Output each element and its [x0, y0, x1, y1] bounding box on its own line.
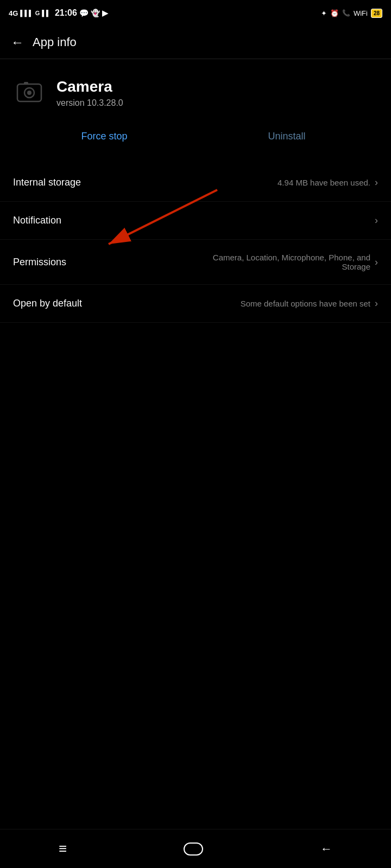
- network-indicator: 4G: [9, 9, 18, 17]
- nav-back-icon[interactable]: ←: [320, 842, 332, 856]
- status-left: 4G ▌▌▌ G ▌▌ 21:06 💬 👻 ▶: [9, 8, 108, 18]
- bluetooth-icon: ✦: [321, 9, 327, 17]
- open-by-default-label: Open by default: [13, 298, 82, 309]
- time: 21:06: [55, 8, 77, 18]
- open-by-default-right: Some default options have been set ›: [241, 298, 378, 309]
- internal-storage-item[interactable]: Internal storage 4.94 MB have been used.…: [0, 164, 391, 202]
- app-version: version 10.3.28.0: [56, 98, 123, 108]
- nav-menu-icon[interactable]: ≡: [59, 840, 66, 857]
- notification-item[interactable]: Notification ›: [0, 202, 391, 240]
- app-icon: [13, 76, 46, 109]
- alarm-icon: ⏰: [330, 9, 339, 17]
- internal-storage-label: Internal storage: [13, 177, 81, 188]
- app-details: Camera version 10.3.28.0: [56, 78, 123, 108]
- svg-rect-3: [24, 82, 28, 85]
- whatsapp-icon: 💬: [79, 9, 89, 17]
- force-stop-button[interactable]: Force stop: [13, 126, 195, 146]
- app-name: Camera: [56, 78, 123, 96]
- open-by-default-item[interactable]: Open by default Some default options hav…: [0, 285, 391, 323]
- action-buttons: Force stop Uninstall: [0, 122, 391, 164]
- uninstall-button[interactable]: Uninstall: [195, 126, 378, 146]
- youtube-icon: ▶: [102, 9, 108, 17]
- permissions-chevron: ›: [375, 257, 378, 268]
- back-button[interactable]: ←: [11, 35, 24, 50]
- app-info-section: Camera version 10.3.28.0: [0, 59, 391, 122]
- wifi-icon: WiFi: [354, 9, 368, 17]
- svg-point-2: [27, 91, 31, 95]
- secondary-signal: ▌▌: [42, 10, 51, 16]
- nav-home-icon[interactable]: [184, 843, 203, 856]
- permissions-value: Camera, Location, Microphone, Phone, and…: [207, 253, 370, 271]
- battery-indicator: 28: [371, 9, 382, 18]
- internal-storage-chevron: ›: [375, 177, 378, 188]
- notification-chevron: ›: [375, 215, 378, 226]
- signal-bars: ▌▌▌: [20, 10, 33, 16]
- permissions-label: Permissions: [13, 257, 66, 268]
- settings-list: Internal storage 4.94 MB have been used.…: [0, 164, 391, 323]
- permissions-item[interactable]: Permissions Camera, Location, Microphone…: [0, 240, 391, 285]
- snapchat-icon: 👻: [91, 9, 100, 17]
- app-info-header: ← App info: [0, 26, 391, 59]
- open-by-default-value: Some default options have been set: [241, 299, 370, 308]
- open-by-default-chevron: ›: [375, 298, 378, 309]
- status-bar: 4G ▌▌▌ G ▌▌ 21:06 💬 👻 ▶ ✦ ⏰ 📞 WiFi 28: [0, 0, 391, 26]
- internal-storage-value: 4.94 MB have been used.: [278, 178, 370, 187]
- phone-icon: 📞: [342, 9, 350, 17]
- notification-right: ›: [375, 215, 378, 226]
- bottom-navigation: ≡ ←: [0, 829, 391, 868]
- secondary-network: G: [35, 10, 40, 16]
- page-title: App info: [33, 35, 77, 49]
- notification-label: Notification: [13, 215, 61, 226]
- status-right: ✦ ⏰ 📞 WiFi 28: [321, 9, 382, 18]
- permissions-right: Camera, Location, Microphone, Phone, and…: [207, 253, 378, 271]
- internal-storage-right: 4.94 MB have been used. ›: [278, 177, 378, 188]
